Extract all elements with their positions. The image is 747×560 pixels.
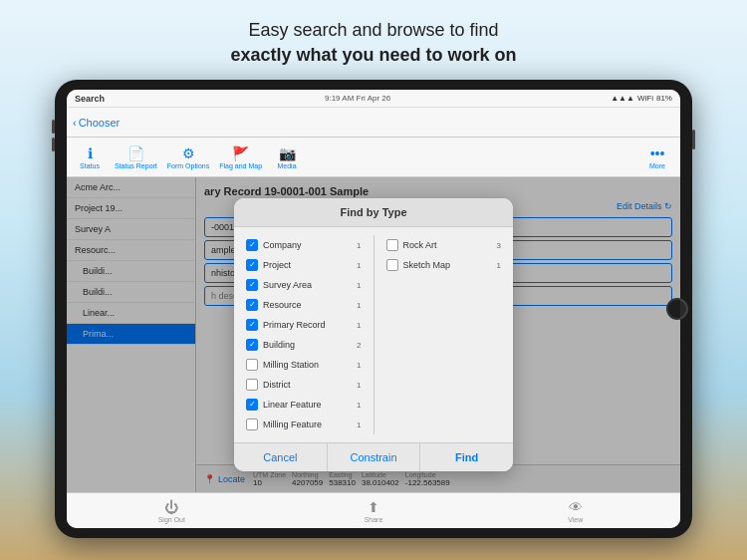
cancel-button[interactable]: Cancel [234, 443, 327, 471]
report-icon: 📄 [127, 145, 144, 161]
modal-row-survey-area[interactable]: Survey Area 1 [242, 275, 366, 295]
modal-row-primary-record[interactable]: Primary Record 1 [242, 315, 366, 335]
eye-icon: 👁 [569, 499, 583, 515]
modal-row-company[interactable]: Company 1 [242, 235, 366, 255]
modal-row-district[interactable]: District 1 [242, 375, 366, 395]
toolbar-status-report[interactable]: 📄 Status Report [111, 143, 161, 171]
flag-icon: 🚩 [232, 145, 249, 161]
modal-overlay: Find by Type Company 1 Project [67, 177, 680, 492]
checkbox-milling-station[interactable] [246, 359, 258, 371]
power-icon: ⏻ [164, 499, 178, 515]
constrain-button[interactable]: Constrain [327, 443, 420, 471]
checkbox-company[interactable] [246, 239, 258, 251]
modal-row-building[interactable]: Building 2 [242, 335, 366, 355]
toolbar-more[interactable]: ••• More [638, 143, 676, 171]
chevron-left-icon: ‹ [73, 117, 77, 129]
modal-row-milling-feature[interactable]: Milling Feature 1 [242, 415, 366, 434]
signal-icon: ▲▲▲ [611, 94, 634, 103]
toolbar-flag-map[interactable]: 🚩 Flag and Map [215, 143, 266, 171]
status-time: 9:19 AM Fri Apr 26 [325, 94, 390, 103]
camera-icon: 📷 [279, 145, 296, 161]
modal-row-milling-station[interactable]: Milling Station 1 [242, 355, 366, 375]
device-frame: Search 9:19 AM Fri Apr 26 ▲▲▲ WiFi 81% ‹… [55, 80, 692, 538]
status-search: Search [75, 94, 105, 104]
checkbox-milling-feature[interactable] [246, 419, 258, 430]
modal-row-linear-feature[interactable]: Linear Feature 1 [242, 395, 366, 415]
toolbar-form-options[interactable]: ⚙ Form Options [163, 143, 213, 171]
wifi-icon: WiFi [637, 94, 653, 103]
more-icon: ••• [650, 145, 665, 161]
share-icon: ⬆ [368, 499, 379, 515]
modal-body: Company 1 Project 1 Survey Area [234, 227, 513, 442]
status-bar: Search 9:19 AM Fri Apr 26 ▲▲▲ WiFi 81% [67, 90, 680, 108]
checkbox-survey-area[interactable] [246, 279, 258, 291]
checkbox-resource[interactable] [246, 299, 258, 311]
device-screen: Search 9:19 AM Fri Apr 26 ▲▲▲ WiFi 81% ‹… [67, 90, 680, 528]
modal-row-project[interactable]: Project 1 [242, 255, 366, 275]
checkbox-linear-feature[interactable] [246, 399, 258, 411]
toolbar-media[interactable]: 📷 Media [268, 143, 306, 171]
modal-row-rock-art[interactable]: Rock Art 3 [382, 235, 506, 255]
info-icon: ℹ [88, 145, 93, 161]
tab-bar: ⏻ Sign Out ⬆ Share 👁 View [67, 492, 680, 528]
find-by-type-modal: Find by Type Company 1 Project [234, 198, 513, 471]
toolbar-status[interactable]: ℹ Status [71, 143, 109, 171]
checkbox-primary-record[interactable] [246, 319, 258, 331]
find-button[interactable]: Find [419, 443, 513, 471]
toolbar: ℹ Status 📄 Status Report ⚙ Form Options … [67, 138, 680, 177]
modal-title: Find by Type [234, 198, 513, 227]
tab-share[interactable]: ⬆ Share [273, 499, 475, 523]
page-headline: Easy search and browse to find exactly w… [210, 0, 536, 80]
checkbox-sketch-map[interactable] [386, 259, 398, 271]
gear-icon: ⚙ [182, 145, 195, 161]
checkbox-project[interactable] [246, 259, 258, 271]
modal-row-sketch-map[interactable]: Sketch Map 1 [382, 255, 506, 275]
modal-row-resource[interactable]: Resource 1 [242, 295, 366, 315]
modal-footer: Cancel Constrain Find [234, 442, 513, 471]
modal-right-col: Rock Art 3 Sketch Map 1 [374, 235, 514, 434]
back-button[interactable]: ‹ Chooser [73, 117, 120, 129]
tab-view[interactable]: 👁 View [474, 499, 676, 523]
checkbox-rock-art[interactable] [386, 239, 398, 251]
checkbox-building[interactable] [246, 339, 258, 351]
modal-left-col: Company 1 Project 1 Survey Area [234, 235, 374, 434]
main-content: Acme Arc... Project 19... Survey A Resou… [67, 177, 680, 492]
nav-bar: ‹ Chooser [67, 108, 680, 138]
checkbox-district[interactable] [246, 379, 258, 391]
tab-sign-out[interactable]: ⏻ Sign Out [71, 499, 273, 523]
status-battery: ▲▲▲ WiFi 81% [611, 94, 672, 103]
